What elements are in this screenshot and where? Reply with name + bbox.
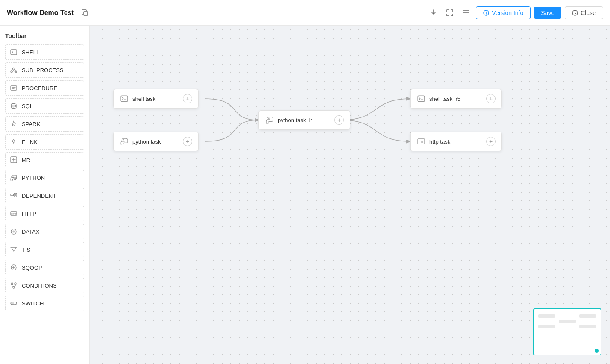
minimap-row-2 — [538, 320, 596, 323]
node-python-task-ir[interactable]: python task_ir + — [258, 110, 350, 130]
shell-task-add[interactable]: + — [183, 94, 192, 103]
spark-icon — [10, 120, 18, 128]
menu-icon — [462, 9, 470, 17]
copy-icon — [82, 9, 88, 16]
svg-rect-25 — [418, 96, 425, 102]
save-button[interactable]: Save — [534, 7, 561, 19]
sub-process-icon — [10, 66, 18, 74]
mr-icon — [10, 156, 18, 164]
sidebar-item-shell[interactable]: SHELL — [5, 44, 84, 60]
sidebar-item-sqoop[interactable]: SQOOP — [5, 260, 84, 275]
sidebar-label-tis: TIS — [22, 247, 30, 253]
svg-point-8 — [11, 104, 16, 106]
info-icon — [483, 10, 489, 16]
http-icon: HTTP — [10, 210, 18, 217]
python-task-ir-icon — [265, 115, 274, 125]
sidebar-item-sub-process[interactable]: SUB_PROCESS — [5, 62, 84, 78]
svg-point-20 — [15, 283, 16, 285]
menu-button[interactable] — [460, 6, 472, 19]
sidebar-item-http[interactable]: HTTP HTTP — [5, 206, 84, 221]
svg-rect-11 — [11, 194, 13, 196]
http-task-label: http task — [429, 138, 483, 145]
minimap-node-5 — [579, 325, 596, 328]
svg-rect-7 — [11, 86, 17, 90]
minimap-row-3 — [538, 325, 596, 328]
svg-point-17 — [13, 231, 15, 233]
sidebar-item-tis[interactable]: TIS — [5, 242, 84, 257]
procedure-icon — [10, 84, 18, 92]
header-left: Workflow Demo Test — [7, 7, 91, 19]
svg-point-4 — [13, 68, 15, 70]
sidebar-label-python: PYTHON — [22, 175, 45, 181]
shell-task-icon — [120, 94, 129, 103]
node-python-task[interactable]: python task + — [113, 132, 199, 151]
sidebar-item-flink[interactable]: FLINK — [5, 134, 84, 150]
minimap-node-2 — [579, 314, 596, 318]
sidebar-label-http: HTTP — [22, 211, 36, 217]
shell-task-r5-icon — [416, 94, 426, 103]
conditions-icon — [10, 282, 18, 289]
svg-rect-3 — [11, 50, 17, 55]
sidebar-label-flink: FLINK — [22, 139, 38, 145]
sidebar-label-spark: SPARK — [22, 121, 40, 127]
fullscreen-icon — [446, 9, 454, 17]
shell-task-r5-add[interactable]: + — [486, 94, 496, 103]
svg-point-21 — [13, 287, 15, 288]
sidebar-item-datax[interactable]: DATAX — [5, 224, 84, 239]
svg-text:HTTP: HTTP — [11, 213, 17, 215]
fullscreen-button[interactable] — [443, 6, 456, 19]
sidebar-title: Toolbar — [5, 32, 84, 39]
sidebar-item-dependent[interactable]: DEPENDENT — [5, 188, 84, 203]
copy-button[interactable] — [79, 7, 91, 19]
shell-task-r5-label: shell task_r5 — [429, 96, 483, 102]
version-info-button[interactable]: Version Info — [476, 6, 531, 19]
sql-icon — [10, 102, 18, 110]
download-button[interactable] — [427, 6, 440, 19]
sidebar-label-dependent: DEPENDENT — [22, 193, 56, 199]
download-icon — [430, 9, 437, 17]
sidebar-item-conditions[interactable]: CONDITIONS — [5, 278, 84, 293]
sidebar-label-conditions: CONDITIONS — [22, 282, 57, 289]
close-button[interactable]: Close — [565, 6, 603, 19]
svg-point-19 — [11, 283, 13, 285]
sidebar-item-switch[interactable]: SWITCH — [5, 296, 84, 311]
sidebar-item-procedure[interactable]: PROCEDURE — [5, 80, 84, 96]
minimap-row-1 — [538, 314, 596, 318]
sidebar-label-datax: DATAX — [22, 229, 39, 235]
svg-rect-23 — [11, 302, 14, 305]
sidebar-label-sqoop: SQOOP — [22, 264, 42, 271]
sqoop-icon — [10, 264, 18, 271]
sidebar-label-sql: SQL — [22, 103, 33, 109]
minimap-content — [537, 313, 598, 330]
svg-rect-12 — [14, 193, 17, 194]
node-shell-task-r5[interactable]: shell task_r5 + — [410, 89, 502, 109]
python-icon — [10, 174, 18, 182]
main-layout: Toolbar SHELL SUB_PROCESS PROCEDURE — [0, 26, 610, 364]
connections-svg — [90, 26, 610, 364]
python-task-icon — [120, 137, 129, 146]
sidebar-label-procedure: PROCEDURE — [22, 85, 57, 91]
minimap-handle[interactable] — [595, 349, 599, 353]
sidebar-item-spark[interactable]: SPARK — [5, 116, 84, 132]
sidebar-item-sql[interactable]: SQL — [5, 98, 84, 114]
minimap-node-4 — [538, 325, 555, 328]
sidebar-label-mr: MR — [22, 157, 30, 163]
tis-icon — [10, 246, 18, 253]
minimap — [533, 308, 601, 355]
save-label: Save — [541, 9, 554, 16]
workflow-canvas[interactable]: shell task + python task + python task_i… — [90, 26, 610, 364]
flink-icon — [10, 138, 18, 146]
python-task-ir-add[interactable]: + — [334, 115, 344, 125]
python-task-add[interactable]: + — [183, 137, 192, 146]
close-label: Close — [581, 9, 596, 16]
http-task-add[interactable]: + — [486, 137, 496, 146]
sidebar-item-python[interactable]: PYTHON — [5, 170, 84, 185]
svg-rect-13 — [14, 196, 17, 197]
switch-icon — [10, 299, 18, 307]
node-http-task[interactable]: HTTP http task + — [410, 132, 502, 151]
node-shell-task[interactable]: shell task + — [113, 89, 199, 109]
python-task-label: python task — [132, 138, 179, 145]
shell-icon — [10, 48, 18, 56]
sidebar-item-mr[interactable]: MR — [5, 152, 84, 167]
header-right: Version Info Save Close — [427, 6, 603, 19]
